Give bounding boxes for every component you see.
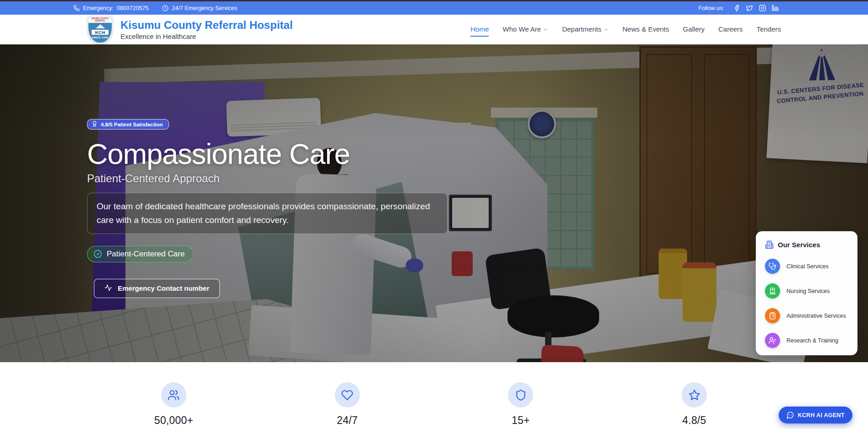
social-linkedin-icon[interactable]: [772, 5, 779, 11]
service-item-label: Clinical Services: [786, 263, 829, 270]
stat-value: 50,000+: [154, 414, 193, 427]
site-title: Kisumu County Referral Hospital: [120, 19, 293, 32]
hero-description: Our team of dedicated healthcare profess…: [87, 193, 448, 234]
hospital-logo: KISUMU COUNTY HOSPITAL KCH SINCE 1920: [87, 16, 113, 44]
logo-top-text: KISUMU COUNTY HOSPITAL: [88, 17, 112, 23]
emergency-number[interactable]: 0800720575: [117, 5, 149, 11]
service-item-administrative-services[interactable]: Administrative Services: [765, 308, 848, 323]
hero-content: 4.8/5 Patient Satisfaction Compassionate…: [87, 119, 453, 298]
follow-us-label: Follow us:: [699, 5, 724, 11]
hospital-icon: [765, 283, 780, 299]
nav-item-label: Departments: [562, 25, 601, 33]
service-item-label: Nursing Services: [786, 288, 830, 294]
phone-icon: [73, 5, 80, 11]
hero-subtitle: Patient-Centered Approach: [87, 172, 453, 185]
stat-24-7: 24/7: [261, 382, 434, 429]
hero-section: U.S. CENTERS FOR DISEASE CONTROL AND PRE…: [0, 44, 868, 362]
main-nav: HomeWho We AreDepartmentsNews & EventsGa…: [470, 22, 781, 37]
badge-text: 4.8/5 Patient Satisfaction: [101, 122, 163, 127]
brand[interactable]: KISUMU COUNTY HOSPITAL KCH SINCE 1920 Ki…: [87, 16, 293, 44]
site-subtitle: Excellence in Healthcare: [120, 33, 293, 40]
logo-acronym: KCH: [92, 30, 108, 35]
clipboard-icon: [765, 308, 780, 323]
chevron-down-icon: [603, 27, 609, 33]
nav-item-who-we-are[interactable]: Who We Are: [502, 22, 548, 37]
hero-title: Compassionate Care: [87, 138, 453, 170]
activity-icon: [104, 284, 112, 293]
nav-item-careers[interactable]: Careers: [718, 22, 742, 37]
social-facebook-icon[interactable]: [733, 5, 740, 11]
chat-button-label: KCRH AI AGENT: [798, 412, 845, 418]
topbar-emergency-info: Emergency: 0800720575 24/7 Emergency Ser…: [73, 5, 247, 11]
check-circle-icon: [93, 250, 102, 258]
nav-item-label: Who We Are: [502, 25, 541, 33]
user-check-icon: [765, 333, 780, 348]
nav-item-label: Tenders: [757, 25, 781, 33]
nav-item-departments[interactable]: Departments: [562, 22, 609, 37]
social-icons-row: [733, 5, 779, 11]
pill-label: Patient-Centered Care: [107, 250, 185, 259]
chat-icon: [786, 411, 794, 419]
stat-4-8-5: 4.8/5: [607, 382, 781, 429]
nav-item-label: Gallery: [683, 25, 705, 33]
star-icon: [682, 382, 707, 407]
service-item-nursing-services[interactable]: Nursing Services: [765, 283, 848, 299]
chevron-down-icon: [543, 27, 548, 33]
cta-label: Emergency Contact number: [118, 284, 209, 292]
stat-value: 24/7: [337, 414, 358, 427]
stat-value: 15+: [512, 414, 530, 427]
building-icon: [765, 240, 774, 249]
social-twitter-icon[interactable]: [746, 5, 753, 11]
award-icon: [92, 121, 98, 128]
services-panel-title: Our Services: [778, 241, 820, 249]
service-item-research-training[interactable]: Research & Training: [765, 333, 848, 348]
nav-item-label: News & Events: [622, 25, 669, 33]
nav-item-news-events[interactable]: News & Events: [622, 22, 669, 37]
nav-item-label: Home: [470, 25, 489, 33]
nav-item-tenders[interactable]: Tenders: [757, 22, 781, 37]
logo-since: SINCE 1920: [92, 36, 108, 39]
patient-satisfaction-badge: 4.8/5 Patient Satisfaction: [87, 119, 169, 130]
service-item-label: Administrative Services: [786, 313, 846, 319]
social-instagram-icon[interactable]: [759, 5, 766, 11]
service-item-label: Research & Training: [786, 337, 838, 344]
emergency-label: Emergency:: [83, 5, 114, 11]
emergency-services-text: 24/7 Emergency Services: [172, 5, 237, 11]
nav-item-home[interactable]: Home: [470, 22, 489, 37]
kcrh-ai-agent-button[interactable]: KCRH AI AGENT: [779, 407, 852, 424]
users-icon: [161, 382, 186, 407]
stats-section: 50,000+24/715+4.8/5: [0, 362, 868, 429]
services-panel-header: Our Services: [765, 240, 848, 249]
nav-item-label: Careers: [718, 25, 742, 33]
our-services-panel: Our Services Clinical ServicesNursing Se…: [756, 231, 857, 355]
site-header: KISUMU COUNTY HOSPITAL KCH SINCE 1920 Ki…: [0, 15, 868, 44]
heart-icon: [335, 382, 360, 407]
stat-50-000: 50,000+: [87, 382, 261, 429]
services-list: Clinical ServicesNursing ServicesAdminis…: [765, 259, 848, 348]
service-item-clinical-services[interactable]: Clinical Services: [765, 259, 848, 274]
topbar-social: Follow us:: [699, 5, 779, 11]
stethoscope-icon: [765, 259, 780, 274]
clock-icon: [162, 5, 169, 11]
stat-15: 15+: [434, 382, 608, 429]
topbar: Emergency: 0800720575 24/7 Emergency Ser…: [0, 1, 868, 15]
logo-emblem: [96, 24, 105, 28]
patient-centered-care-pill[interactable]: Patient-Centered Care: [87, 246, 193, 262]
stat-value: 4.8/5: [682, 414, 706, 427]
shield-icon: [508, 382, 533, 407]
emergency-contact-button[interactable]: Emergency Contact number: [94, 279, 220, 298]
page: Emergency: 0800720575 24/7 Emergency Ser…: [0, 0, 868, 429]
nav-item-gallery[interactable]: Gallery: [683, 22, 705, 37]
